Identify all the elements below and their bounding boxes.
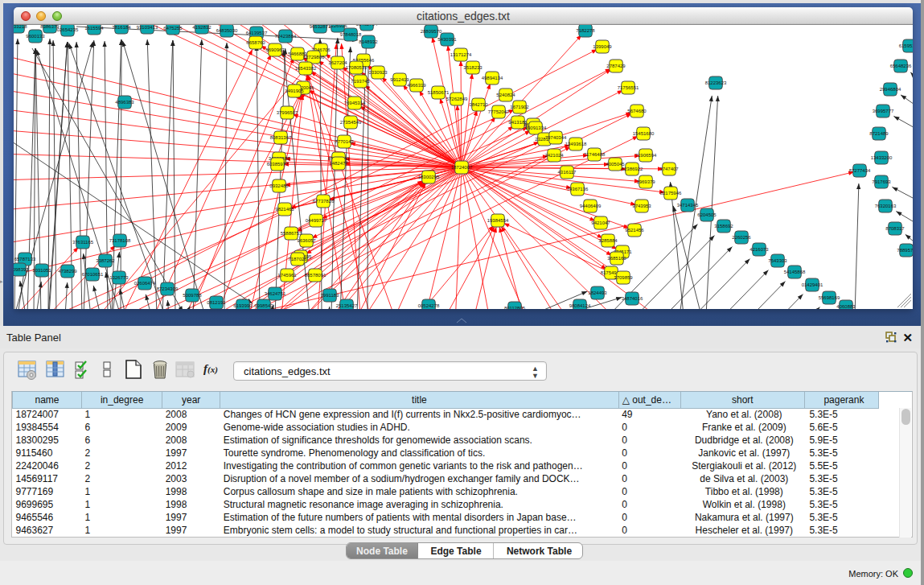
svg-text:9912419: 9912419 bbox=[390, 77, 409, 82]
svg-text:65648236: 65648236 bbox=[890, 64, 912, 68]
svg-text:1745961: 1745961 bbox=[277, 273, 297, 278]
svg-text:15451680: 15451680 bbox=[633, 131, 655, 136]
svg-text:5674680: 5674680 bbox=[627, 109, 647, 113]
svg-text:81223623: 81223623 bbox=[705, 80, 727, 85]
svg-text:17080531: 17080531 bbox=[346, 65, 368, 70]
svg-text:34624751: 34624751 bbox=[265, 291, 286, 296]
svg-text:71756551: 71756551 bbox=[618, 85, 639, 90]
svg-text:27354549: 27354549 bbox=[340, 120, 362, 125]
svg-text:9421047: 9421047 bbox=[591, 220, 610, 225]
svg-text:97848018: 97848018 bbox=[340, 32, 362, 37]
svg-text:93103413: 93103413 bbox=[137, 25, 158, 30]
svg-text:1399049: 1399049 bbox=[593, 44, 612, 49]
svg-text:5240824: 5240824 bbox=[496, 93, 515, 97]
svg-text:8708317: 8708317 bbox=[885, 226, 905, 231]
svg-text:34714345: 34714345 bbox=[677, 203, 699, 208]
svg-text:73178108: 73178108 bbox=[109, 238, 131, 243]
svg-text:0330923: 0330923 bbox=[368, 70, 388, 75]
svg-text:5009788: 5009788 bbox=[183, 293, 202, 298]
svg-text:0842710: 0842710 bbox=[469, 102, 488, 107]
svg-text:61595148: 61595148 bbox=[899, 43, 913, 48]
svg-text:6658760: 6658760 bbox=[246, 40, 265, 45]
svg-text:0812191: 0812191 bbox=[207, 300, 226, 305]
svg-text:71906594: 71906594 bbox=[635, 153, 657, 158]
svg-text:7770143: 7770143 bbox=[335, 139, 354, 144]
svg-text:98084124: 98084124 bbox=[569, 303, 591, 308]
svg-text:37631165: 37631165 bbox=[72, 240, 94, 245]
svg-text:67010651: 67010651 bbox=[82, 272, 104, 277]
svg-text:74367136: 74367136 bbox=[567, 187, 589, 192]
svg-text:1969379: 1969379 bbox=[636, 179, 655, 184]
svg-text:25135427: 25135427 bbox=[336, 303, 358, 308]
svg-text:1031051: 1031051 bbox=[32, 268, 51, 273]
svg-text:87277434: 87277434 bbox=[849, 168, 871, 173]
svg-text:7187026: 7187026 bbox=[288, 257, 307, 262]
svg-text:00524278: 00524278 bbox=[418, 303, 440, 308]
svg-text:13493618: 13493618 bbox=[565, 142, 587, 146]
svg-text:77752047: 77752047 bbox=[488, 109, 510, 114]
svg-text:65787133: 65787133 bbox=[14, 257, 36, 262]
svg-text:1326773: 1326773 bbox=[109, 275, 129, 280]
svg-text:80112805: 80112805 bbox=[504, 306, 526, 309]
svg-text:0433218: 0433218 bbox=[14, 25, 27, 29]
svg-text:76945314: 76945314 bbox=[344, 101, 366, 105]
svg-text:1824493: 1824493 bbox=[588, 290, 607, 295]
svg-text:8721489: 8721489 bbox=[869, 131, 889, 136]
svg-text:87234309: 87234309 bbox=[157, 286, 179, 291]
svg-text:71746488: 71746488 bbox=[584, 152, 606, 157]
svg-text:8148932: 8148932 bbox=[359, 39, 378, 44]
svg-text:18724007: 18724007 bbox=[451, 165, 473, 170]
svg-text:4060883: 4060883 bbox=[836, 304, 856, 309]
svg-text:19384554: 19384554 bbox=[487, 218, 509, 223]
svg-text:01429401: 01429401 bbox=[802, 282, 823, 287]
svg-text:6204505: 6204505 bbox=[697, 212, 717, 217]
svg-text:36995777: 36995777 bbox=[873, 109, 894, 113]
svg-text:62386922: 62386922 bbox=[622, 167, 643, 171]
svg-text:60385977: 60385977 bbox=[267, 162, 289, 167]
svg-text:4738299: 4738299 bbox=[58, 269, 77, 274]
svg-text:55698169: 55698169 bbox=[819, 295, 840, 300]
svg-text:4896383: 4896383 bbox=[115, 100, 134, 105]
svg-text:67737826: 67737826 bbox=[313, 199, 335, 204]
svg-text:51850671: 51850671 bbox=[428, 90, 450, 95]
svg-text:1491905: 1491905 bbox=[285, 89, 304, 93]
svg-text:82175946: 82175946 bbox=[660, 191, 682, 196]
svg-text:99091334: 99091334 bbox=[525, 126, 547, 130]
svg-text:94406409: 94406409 bbox=[580, 204, 602, 208]
svg-text:3387262: 3387262 bbox=[96, 258, 115, 263]
svg-text:57262849: 57262849 bbox=[446, 97, 468, 101]
svg-text:7193745: 7193745 bbox=[351, 79, 370, 84]
svg-text:9521456: 9521456 bbox=[625, 228, 644, 233]
svg-text:54145868: 54145868 bbox=[784, 270, 806, 274]
svg-text:7816184: 7816184 bbox=[112, 25, 131, 30]
svg-text:1615594: 1615594 bbox=[84, 26, 104, 31]
svg-text:9636057: 9636057 bbox=[297, 238, 316, 243]
svg-text:3685160: 3685160 bbox=[607, 256, 626, 261]
svg-text:49894134: 49894134 bbox=[482, 76, 503, 80]
svg-text:76320163: 76320163 bbox=[875, 204, 897, 208]
svg-text:1671902: 1671902 bbox=[510, 105, 529, 109]
svg-text:29946804: 29946804 bbox=[880, 87, 901, 92]
svg-text:62729806: 62729806 bbox=[303, 55, 325, 60]
svg-text:6998543: 6998543 bbox=[254, 303, 273, 308]
svg-text:0932480: 0932480 bbox=[269, 183, 289, 188]
svg-text:34874016: 34874016 bbox=[622, 296, 643, 301]
svg-text:64139537: 64139537 bbox=[246, 31, 268, 35]
svg-text:6193990: 6193990 bbox=[233, 303, 253, 308]
svg-text:4216073: 4216073 bbox=[749, 247, 769, 252]
svg-text:9821465: 9821465 bbox=[275, 207, 294, 212]
svg-text:37996507: 37996507 bbox=[277, 110, 298, 115]
svg-text:02606474: 02606474 bbox=[134, 281, 156, 286]
svg-text:16543382: 16543382 bbox=[295, 66, 317, 71]
svg-text:64835030: 64835030 bbox=[216, 28, 238, 33]
svg-text:3747407: 3747407 bbox=[659, 167, 679, 171]
svg-text:2787429: 2787429 bbox=[606, 64, 626, 68]
svg-text:1226916: 1226916 bbox=[328, 25, 347, 28]
svg-text:51462704: 51462704 bbox=[356, 25, 378, 27]
svg-text:4966319: 4966319 bbox=[407, 83, 426, 88]
svg-text:4316117: 4316117 bbox=[558, 170, 577, 175]
svg-text:28809570: 28809570 bbox=[421, 29, 442, 34]
svg-text:72423884: 72423884 bbox=[275, 34, 297, 39]
svg-text:5430391: 5430391 bbox=[437, 37, 457, 42]
svg-text:4192832: 4192832 bbox=[192, 25, 211, 30]
